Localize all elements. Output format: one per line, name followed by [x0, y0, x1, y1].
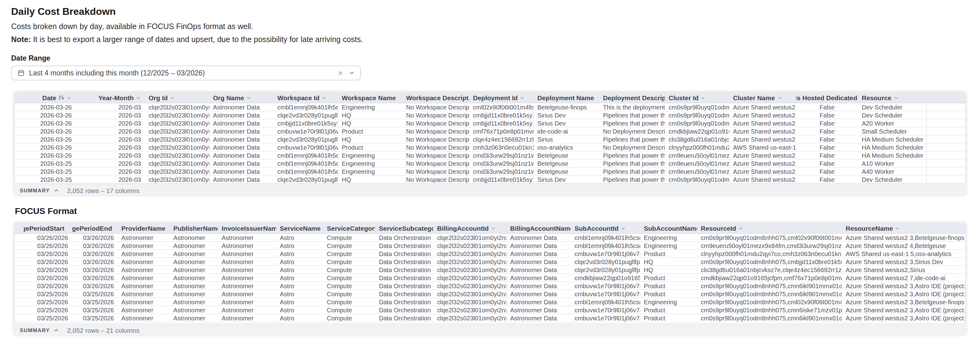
table-row[interactable]: 03/26/202603/26/2026AstronomerAstronomer… — [15, 282, 966, 290]
table-row[interactable]: 03/25/202603/25/2026AstronomerAstronomer… — [15, 306, 966, 314]
table-row[interactable]: 03/25/202603/25/2026AstronomerAstronomer… — [15, 298, 966, 306]
column-header-billing-account-name[interactable]: BillingAccountName — [506, 223, 571, 234]
cell-billing-account-name: Astronomer Data — [506, 234, 571, 242]
chevron-down-icon[interactable] — [246, 95, 251, 100]
column-header-resource-name[interactable]: ResourceName — [842, 223, 966, 234]
chevron-down-icon[interactable] — [321, 95, 327, 100]
column-header-date[interactable]: Date — [24, 93, 76, 103]
chevron-down-icon[interactable] — [620, 225, 626, 231]
page-header: Daily Cost Breakdown Costs broken down b… — [0, 0, 980, 81]
cell-sub-account-id: cmdkbjiaw22qp01o9165jcfpm — [571, 274, 640, 282]
cell-charge-period-end: 03/26/2026 — [72, 266, 118, 274]
chevron-down-icon[interactable] — [738, 225, 743, 231]
table-row[interactable]: 2026-03-262026-03clqe2l32s023l01om0yi2..… — [15, 135, 965, 144]
cell-filler — [926, 135, 965, 144]
table-row[interactable]: 2026-03-252026-03clqe2l32s023l01om0yi2..… — [15, 160, 965, 168]
chevron-up-icon[interactable] — [53, 187, 59, 193]
cell-workspace-id: clqe2vd3r028y01pugllfp... — [274, 111, 338, 119]
chevron-down-icon[interactable] — [776, 95, 782, 100]
cell-deployment-name: Sirius Dev — [534, 111, 599, 119]
table-row[interactable]: 2026-03-262026-03clqe2l32s023l01om0yi2..… — [15, 152, 965, 160]
column-header-charge-period-start[interactable]: ChargePeriodStart — [24, 223, 72, 234]
column-header-workspace-description[interactable]: Workspace Descript... — [402, 93, 469, 103]
date-range-select[interactable]: Last 4 months including this month (12/2… — [11, 65, 361, 81]
cell-sub-account-name: Product — [640, 290, 697, 298]
cell-is-hosted-dedicated: False — [796, 127, 858, 135]
chevron-down-icon[interactable] — [895, 225, 900, 231]
table-row[interactable]: 03/26/202603/26/2026AstronomerAstronomer… — [15, 234, 966, 242]
chevron-down-icon[interactable] — [170, 95, 175, 100]
chevron-down-icon[interactable] — [398, 95, 399, 100]
chevron-down-icon[interactable] — [893, 95, 899, 100]
chevron-down-icon[interactable] — [135, 95, 141, 100]
chevron-down-icon[interactable] — [491, 225, 496, 231]
table-row[interactable]: 2026-03-262026-03clqe2l32s023l01om0yi2..… — [15, 127, 965, 135]
cell-billing-account-name: Astronomer Data — [506, 298, 571, 306]
cell-resource: HA Medium Scheduler — [858, 152, 926, 160]
chevron-down-icon[interactable] — [700, 95, 706, 100]
cell-service-subcategory: Data Orchestration — [375, 314, 433, 322]
table-row[interactable]: 03/25/202603/25/2026AstronomerAstronomer… — [15, 314, 966, 322]
cell-org-id: clqe2l32s023l01om0yi2... — [145, 111, 209, 119]
column-header-deployment-id[interactable]: Deployment Id — [469, 93, 534, 103]
cell-workspace-description: No Workspace Description — [402, 144, 469, 152]
column-header-invoice-issuer-name[interactable]: InvoiceIssuerName — [218, 223, 276, 234]
cell-service-subcategory: Data Orchestration — [375, 258, 433, 266]
table-row[interactable]: 2026-03-252026-03clqe2l32s023l01om0yi2..… — [15, 168, 965, 176]
table-row[interactable]: 03/26/202603/26/2026AstronomerAstronomer… — [15, 242, 966, 250]
column-header-workspace-name[interactable]: Workspace Name — [338, 93, 402, 103]
table-row[interactable]: 2026-03-252026-03clqe2l32s023l01om0yi2..… — [15, 176, 965, 184]
column-header-workspace-id[interactable]: Workspace Id — [274, 93, 338, 103]
cell-cluster-name: Azure Shared westus2 — [729, 135, 796, 144]
chevron-down-icon[interactable] — [66, 95, 72, 100]
cell-invoice-issuer-name: Astronomer — [218, 234, 276, 242]
table-row[interactable]: 2026-03-262026-03clqe2l32s023l01om0yi2..… — [15, 119, 965, 127]
chevron-up-icon[interactable] — [53, 327, 59, 333]
sort-icon[interactable] — [58, 95, 64, 101]
cell-sub-account-id: clqe2vd3r028y01pugllfp777 — [571, 266, 640, 274]
column-header-cluster-id[interactable]: Cluster Id — [665, 93, 729, 103]
table-row[interactable]: 2026-03-262026-03clqe2l32s023l01om0yi2..… — [15, 103, 965, 111]
cell-cluster-name: Azure Shared westus2 4 — [729, 168, 796, 176]
column-header-service-name[interactable]: ServiceName — [276, 223, 323, 234]
column-header-service-subcategory[interactable]: ServiceSubcategory — [375, 223, 433, 234]
summary-count: 2,052 rows – 21 columns — [67, 326, 139, 334]
cell-sub-account-id: cmbl1emnj09k401lh5csmta6z — [571, 234, 640, 242]
column-header-org-id[interactable]: Org Id — [145, 93, 209, 103]
table-row[interactable]: 2026-03-262026-03clqe2l32s023l01om0yi2..… — [15, 144, 965, 152]
column-header-resource-id[interactable]: ResourceId — [697, 223, 842, 234]
chevron-down-icon[interactable] — [348, 70, 355, 76]
column-header-provider-name[interactable]: ProviderName — [118, 223, 170, 234]
cell-org-id: clqe2l32s023l01om0yi2... — [145, 160, 209, 168]
cell-publisher-name: Astronomer — [170, 306, 218, 314]
column-header-year-month[interactable]: Year-Month — [76, 93, 145, 103]
cell-deployment-description: Pipelines that power the ... — [599, 135, 665, 144]
cell-resource-name: Azure Shared westus2 3,Astro IDE (projec… — [842, 314, 966, 322]
cell-resource-id: cm0s9pr9l0uyq01odm8nhh075,cmn6ikl901mmx0… — [697, 314, 842, 322]
column-header-sub-account-id[interactable]: SubAccountId — [571, 223, 640, 234]
chevron-down-icon[interactable] — [520, 95, 525, 100]
cell-gutter — [15, 290, 24, 298]
table-row[interactable]: 03/26/202603/26/2026AstronomerAstronomer… — [15, 258, 966, 266]
column-header-billing-account-id[interactable]: BillingAccountId — [433, 223, 506, 234]
cell-provider-name: Astronomer — [118, 266, 170, 274]
column-header-service-category[interactable]: ServiceCategory — [323, 223, 375, 234]
column-header-resource[interactable]: Resource — [858, 93, 926, 103]
column-header-publisher-name[interactable]: PublisherName — [170, 223, 218, 234]
cell-resource-id: clo38gd6u016a01nbjcvksz7e,clqe4z4ec15669… — [697, 266, 842, 274]
column-header-charge-period-end[interactable]: ChargePeriodEnd — [72, 223, 118, 234]
cell-date: 2026-03-25 — [24, 168, 76, 176]
column-header-cluster-name[interactable]: Cluster Name — [729, 93, 796, 103]
column-header-org-name[interactable]: Org Name — [209, 93, 274, 103]
column-header-sub-account-name[interactable]: SubAccountName — [640, 223, 697, 234]
cell-service-category: Compute — [323, 250, 375, 258]
table-row[interactable]: 03/26/202603/26/2026AstronomerAstronomer… — [15, 250, 966, 258]
column-header-deployment-description[interactable]: Deployment Descrip... — [599, 93, 665, 103]
clear-icon[interactable]: × — [337, 69, 344, 77]
table-row[interactable]: 03/26/202603/26/2026AstronomerAstronomer… — [15, 266, 966, 274]
table-row[interactable]: 03/26/202603/26/2026AstronomerAstronomer… — [15, 274, 966, 282]
column-header-deployment-name[interactable]: Deployment Name — [534, 93, 599, 103]
column-header-is-hosted-dedicated[interactable]: Is Hosted Dedicated — [796, 93, 858, 103]
table-row[interactable]: 2026-03-262026-03clqe2l32s023l01om0yi2..… — [15, 111, 965, 119]
table-row[interactable]: 03/25/202603/25/2026AstronomerAstronomer… — [15, 290, 966, 298]
